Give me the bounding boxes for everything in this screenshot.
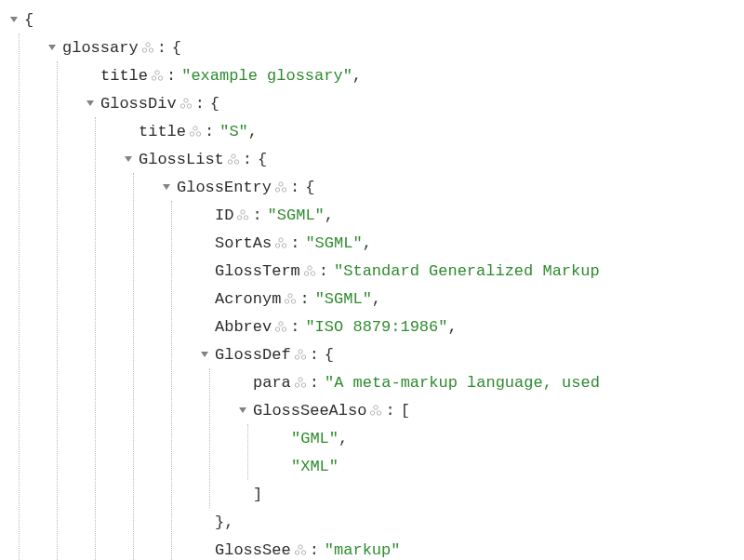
chevron-down-icon[interactable] xyxy=(84,97,97,110)
colon: : xyxy=(290,234,299,252)
object-icon xyxy=(273,320,288,333)
svg-point-19 xyxy=(238,216,242,220)
object-icon xyxy=(368,404,383,417)
comma: , xyxy=(372,290,381,308)
array-item-0[interactable]: "GML" , xyxy=(274,424,744,452)
comma: , xyxy=(363,234,372,252)
svg-point-32 xyxy=(283,327,286,331)
svg-point-31 xyxy=(276,327,280,331)
node-glossdiv-title[interactable]: title : "S" , xyxy=(122,117,744,145)
svg-point-40 xyxy=(371,411,375,415)
open-bracket: [ xyxy=(401,402,410,420)
chevron-down-icon[interactable] xyxy=(160,180,173,193)
open-brace: { xyxy=(305,179,314,196)
svg-point-21 xyxy=(279,238,283,242)
svg-point-4 xyxy=(152,76,155,80)
key-glossdef: GlossDef xyxy=(215,346,291,364)
open-brace: { xyxy=(172,39,181,57)
root-node[interactable]: { xyxy=(7,6,744,33)
node-id[interactable]: ID : "SGML" , xyxy=(198,201,744,229)
object-icon xyxy=(140,41,155,54)
node-abbrev[interactable]: Abbrev : "ISO 8879:1986" , xyxy=(198,313,744,340)
root-open-brace: { xyxy=(24,11,33,29)
svg-point-11 xyxy=(196,132,200,136)
svg-point-0 xyxy=(145,43,149,47)
node-glossary[interactable]: glossary : { xyxy=(46,33,744,61)
key-abbrev: Abbrev xyxy=(215,318,272,336)
key-glossterm: GlossTerm xyxy=(215,262,300,280)
colon: : xyxy=(290,179,299,196)
chevron-down-icon[interactable] xyxy=(46,41,59,54)
colon: : xyxy=(319,262,328,280)
comma: , xyxy=(352,67,362,85)
svg-point-43 xyxy=(295,551,299,554)
open-brace: { xyxy=(210,95,219,113)
svg-point-29 xyxy=(292,300,296,303)
value-sortas: "SGML" xyxy=(305,234,362,252)
value-glossdiv-title: "S" xyxy=(219,123,248,140)
key-title: title xyxy=(139,123,186,140)
colon: : xyxy=(157,39,166,57)
node-glossentry[interactable]: GlossEntry : { xyxy=(160,173,744,201)
colon: : xyxy=(166,67,176,85)
node-glossdef[interactable]: GlossDef : { xyxy=(198,340,744,368)
node-sortas[interactable]: SortAs : "SGML" , xyxy=(198,229,744,257)
key-glossentry: GlossEntry xyxy=(177,179,272,196)
colon: : xyxy=(205,123,214,140)
svg-point-38 xyxy=(301,383,305,387)
chevron-down-icon[interactable] xyxy=(7,13,20,26)
svg-point-12 xyxy=(232,154,235,158)
comma: , xyxy=(325,207,334,224)
value-glosssee: "markup" xyxy=(325,541,401,559)
chevron-down-icon[interactable] xyxy=(198,348,211,361)
svg-point-26 xyxy=(311,272,314,275)
svg-point-7 xyxy=(180,104,184,108)
node-glossseealso[interactable]: GlossSeeAlso : [ xyxy=(236,396,744,424)
svg-point-13 xyxy=(228,160,232,164)
colon: : xyxy=(290,318,299,336)
object-icon xyxy=(283,292,298,305)
open-brace: { xyxy=(258,151,267,168)
node-glosssee[interactable]: GlossSee : "markup" xyxy=(198,536,744,560)
node-glosslist[interactable]: GlossList : { xyxy=(122,145,744,173)
svg-point-22 xyxy=(276,244,280,247)
object-icon xyxy=(293,348,308,361)
node-glossterm[interactable]: GlossTerm : "Standard Generalized Markup xyxy=(198,257,744,285)
object-icon xyxy=(302,264,317,277)
key-title: title xyxy=(100,67,148,85)
svg-point-23 xyxy=(283,244,286,247)
svg-point-14 xyxy=(234,160,238,164)
value-glossterm: "Standard Generalized Markup xyxy=(334,262,600,280)
svg-point-35 xyxy=(301,355,305,359)
svg-point-28 xyxy=(286,300,289,303)
node-para[interactable]: para : "A meta-markup language, used xyxy=(236,368,744,396)
chevron-down-icon[interactable] xyxy=(122,153,135,166)
svg-point-10 xyxy=(190,132,193,136)
value-gml: "GML" xyxy=(291,430,339,447)
comma: , xyxy=(447,318,457,336)
node-glossdiv[interactable]: GlossDiv : { xyxy=(84,89,744,117)
node-glossary-title[interactable]: title : "example glossary" , xyxy=(84,61,744,89)
svg-point-1 xyxy=(142,48,146,52)
object-icon xyxy=(235,208,250,221)
colon: : xyxy=(310,374,319,392)
open-brace: { xyxy=(325,346,334,364)
node-acronym[interactable]: Acronym : "SGML" , xyxy=(198,285,744,313)
key-glossary: glossary xyxy=(62,39,139,57)
svg-point-17 xyxy=(282,188,286,192)
colon: : xyxy=(252,207,261,224)
key-id: ID xyxy=(215,207,233,224)
svg-point-30 xyxy=(279,322,283,326)
svg-point-8 xyxy=(187,104,191,108)
comma: , xyxy=(248,123,258,140)
value-xml: "XML" xyxy=(291,458,339,475)
svg-point-33 xyxy=(298,350,301,353)
svg-point-5 xyxy=(158,76,162,80)
svg-point-3 xyxy=(155,71,159,74)
key-glossseealso: GlossSeeAlso xyxy=(253,402,366,420)
object-icon xyxy=(273,180,288,193)
chevron-down-icon[interactable] xyxy=(236,404,249,417)
key-glosslist: GlossList xyxy=(139,151,224,168)
colon: : xyxy=(195,95,205,113)
array-item-1[interactable]: "XML" xyxy=(274,452,744,480)
